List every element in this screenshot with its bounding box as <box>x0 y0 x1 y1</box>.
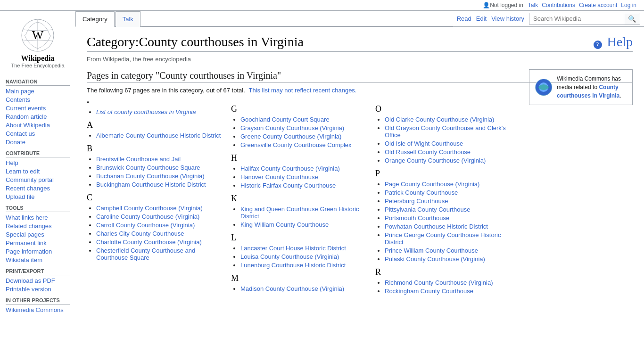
list-item[interactable]: Powhatan Courthouse Historic District <box>385 223 488 230</box>
sidebar-item-wikimedia-commons[interactable]: Wikimedia Commons <box>6 306 64 313</box>
list-item[interactable]: Prince William County Courthouse <box>385 247 478 254</box>
main-content: Category:County courthouses in Virginia … <box>75 27 644 305</box>
list-item[interactable]: Madison County Courthouse (Virginia) <box>240 285 344 292</box>
letter-heading-g: G <box>231 104 371 114</box>
print-list: Download as PDF Printable version <box>6 277 70 293</box>
other-projects-list: Wikimedia Commons <box>6 306 70 313</box>
contributions-link[interactable]: Contributions <box>542 2 575 8</box>
list-item[interactable]: Petersburg Courthouse <box>385 197 448 205</box>
category-count-text: The following 67 pages are in this categ… <box>87 87 245 94</box>
list-item[interactable]: Greene County Courthouse (Virginia) <box>240 133 341 140</box>
create-account-link[interactable]: Create account <box>579 2 617 8</box>
list-item[interactable]: Pittsylvania County Courthouse <box>385 206 470 213</box>
log-in-link[interactable]: Log in <box>621 2 636 8</box>
letter-heading-h: H <box>231 153 371 163</box>
list-column-1: * List of county courthouses in Virginia… <box>87 99 231 297</box>
list-item[interactable]: Old Grayson County Courthouse and Clerk'… <box>385 124 506 139</box>
list-item[interactable]: Charlotte County Courthouse (Virginia) <box>96 239 202 246</box>
sidebar-item-donate[interactable]: Donate <box>6 139 25 146</box>
logo-area: W Wikipedia The Free Encyclopedia <box>6 15 70 74</box>
list-item[interactable]: Old Clarke County Courthouse (Virginia) <box>385 116 494 123</box>
tab-category[interactable]: Category <box>75 11 115 27</box>
help-link[interactable]: Help <box>607 34 633 49</box>
list-item[interactable]: Chesterfield County Courthouse and Court… <box>96 247 195 261</box>
letter-heading-k: K <box>231 194 371 204</box>
tab-talk[interactable]: Talk <box>116 11 140 27</box>
page-title: Category:County courthouses in Virginia <box>87 34 304 49</box>
search-button[interactable]: 🔍 <box>624 13 640 25</box>
list-item[interactable]: Historic Fairfax County Courthouse <box>240 182 336 189</box>
sidebar-item-related-changes[interactable]: Related changes <box>6 222 52 230</box>
list-item[interactable]: Albemarle County Courthouse Historic Dis… <box>96 132 221 139</box>
list-r: Richmond County Courthouse (Virginia) Ro… <box>375 279 515 295</box>
list-item[interactable]: Lunenburg Courthouse Historic District <box>240 262 346 269</box>
view-history-tab[interactable]: View history <box>491 15 524 22</box>
sidebar-item-download-pdf[interactable]: Download as PDF <box>6 277 55 284</box>
list-item[interactable]: Lancaster Court House Historic District <box>240 245 346 252</box>
list-item[interactable]: Campbell County Courthouse (Virginia) <box>96 205 203 212</box>
list-item[interactable]: Page County Courthouse (Virginia) <box>385 181 479 188</box>
recent-changes-note[interactable]: This list may not reflect recent changes… <box>248 87 356 94</box>
list-item[interactable]: List of county courthouses in Virginia <box>96 108 196 115</box>
list-item[interactable]: Buchanan County Courthouse (Virginia) <box>96 173 205 180</box>
sidebar-item-special-pages[interactable]: Special pages <box>6 231 44 238</box>
contribute-section: Contribute Help Learn to edit Community … <box>6 150 70 200</box>
sidebar-item-about-wikipedia[interactable]: About Wikipedia <box>6 122 50 129</box>
sidebar-item-current-events[interactable]: Current events <box>6 105 46 112</box>
list-item[interactable]: Rockingham County Courthouse <box>385 288 473 295</box>
list-column-3: O Old Clarke County Courthouse (Virginia… <box>375 99 520 297</box>
list-item[interactable]: Pulaski County Courthouse (Virginia) <box>385 255 485 263</box>
category-list-container: * List of county courthouses in Virginia… <box>87 99 520 297</box>
list-item[interactable]: Louisa County Courthouse (Virginia) <box>240 253 339 260</box>
list-item[interactable]: Greensville County Courthouse Complex <box>240 141 352 148</box>
list-item[interactable]: Orange County Courthouse (Virginia) <box>385 157 486 164</box>
sidebar-item-main-page[interactable]: Main page <box>6 88 34 95</box>
sidebar: W Wikipedia The Free Encyclopedia Naviga… <box>0 11 75 322</box>
contribute-list: Help Learn to edit Community portal Rece… <box>6 159 70 200</box>
list-item[interactable]: Richmond County Courthouse (Virginia) <box>385 279 493 286</box>
edit-tab[interactable]: Edit <box>476 15 487 22</box>
sidebar-item-what-links-here[interactable]: What links here <box>6 214 48 221</box>
sidebar-item-permanent-link[interactable]: Permanent link <box>6 239 47 247</box>
list-item[interactable]: Old Russell County Courthouse <box>385 148 471 156</box>
list-item[interactable]: Goochland County Court Square <box>240 116 330 123</box>
sidebar-item-learn-to-edit[interactable]: Learn to edit <box>6 168 40 175</box>
sidebar-item-upload-file[interactable]: Upload file <box>6 193 34 200</box>
sidebar-item-recent-changes[interactable]: Recent changes <box>6 185 50 192</box>
list-item[interactable]: Portsmouth Courthouse <box>385 214 449 222</box>
list-item[interactable]: Charles City County Courthouse <box>96 230 184 237</box>
search-box: 🔍 <box>529 13 640 25</box>
list-item[interactable]: Hanover County Courthouse <box>240 173 318 181</box>
sidebar-item-community-portal[interactable]: Community portal <box>6 176 54 183</box>
read-tab[interactable]: Read <box>457 15 471 22</box>
sidebar-item-random-article[interactable]: Random article <box>6 113 47 120</box>
sidebar-item-wikidata-item[interactable]: Wikidata item <box>6 256 42 263</box>
talk-link[interactable]: Talk <box>528 2 538 8</box>
sidebar-item-page-information[interactable]: Page information <box>6 248 52 255</box>
list-item[interactable]: Old Isle of Wight Courthouse <box>385 140 463 147</box>
sidebar-item-contact-us[interactable]: Contact us <box>6 130 35 137</box>
list-item[interactable]: Caroline County Courthouse (Virginia) <box>96 213 199 220</box>
tools-list: What links here Related changes Special … <box>6 214 70 263</box>
list-item[interactable]: Patrick County Courthouse <box>385 189 458 196</box>
letter-heading-b: B <box>87 144 226 154</box>
list-item[interactable]: Carroll County Courthouse (Virginia) <box>96 222 195 229</box>
top-bar: 👤 Not logged in Talk Contributions Creat… <box>0 0 644 11</box>
star-list: List of county courthouses in Virginia <box>87 108 226 115</box>
list-g: Goochland County Court Square Grayson Co… <box>231 116 371 148</box>
layout: W Wikipedia The Free Encyclopedia Naviga… <box>0 11 644 322</box>
list-item[interactable]: Halifax County Courthouse (Virginia) <box>240 165 340 172</box>
list-item[interactable]: Grayson County Courthouse (Virginia) <box>240 124 344 132</box>
commons-link[interactable]: County courthouses in Virginia <box>557 84 619 99</box>
sidebar-item-printable-version[interactable]: Printable version <box>6 286 51 293</box>
contribute-heading: Contribute <box>6 150 70 157</box>
list-item[interactable]: King and Queen Courthouse Green Historic… <box>240 206 359 220</box>
list-item[interactable]: Brunswick County Courthouse Square <box>96 164 200 171</box>
search-input[interactable] <box>529 13 624 24</box>
list-item[interactable]: Prince George County Courthouse Historic… <box>385 231 501 246</box>
sidebar-item-contents[interactable]: Contents <box>6 96 30 103</box>
list-item[interactable]: Brentsville Courthouse and Jail <box>96 156 181 163</box>
sidebar-item-help[interactable]: Help <box>6 159 18 166</box>
list-item[interactable]: Buckingham Courthouse Historic District <box>96 181 206 188</box>
list-item[interactable]: King William County Courthouse <box>240 221 329 228</box>
